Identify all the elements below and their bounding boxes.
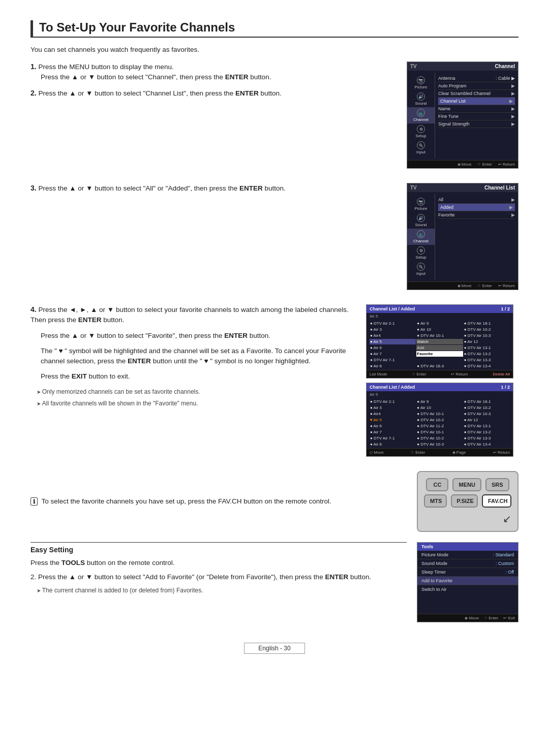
remote-btn-mts: MTS (424, 494, 447, 508)
ch2-dtv10-1: ● DTV Air 10-1 (416, 411, 463, 417)
sidebar2-channel: 📺 Channel (407, 229, 435, 245)
ch-dtv18-1: ● DTV Air 18-1 (464, 321, 510, 326)
ch-dtv2-1: ● DTV Air 2-1 (370, 321, 416, 326)
sidebar-sound: 🔊 Sound (407, 91, 435, 107)
step4-screenshots: Channel List / Added 1 / 2 Air 5 ● DTV A… (366, 304, 518, 461)
sidebar-setup: ⚙ Setup (407, 123, 435, 140)
ch-air10: ● Air 10 (416, 327, 463, 332)
ch2-dtv10-3: ● DTV Air 10-3 (464, 411, 510, 417)
ch-air9: ● Air 9 (416, 321, 463, 326)
ch-dtv7-1: ● DTV Air 7-1 (370, 357, 416, 363)
remote-row1: CC MENU SRS (424, 478, 511, 491)
menu1-screenshot: TV Channel 📷 Picture 🔊 Sound 📺 Channel (407, 61, 518, 173)
ch-air12: ● Air 12 (464, 339, 510, 344)
step4: 4. Press the ◄, ►, ▲ or ▼ button to sele… (30, 304, 356, 326)
remote-btn-srs: SRS (485, 478, 509, 491)
ch2-air8: ● Air 8 (370, 442, 416, 447)
ch-dtv13-3: ● DTV Air 13-3 (464, 357, 510, 363)
ch2-dtv13-2: ● DTV Air 13-2 (464, 429, 510, 435)
channel-added-header2: Channel List / Added 1 / 2 (367, 383, 513, 391)
tools-row-picture: Picture Mode: Standard (417, 551, 518, 559)
ch2-dtv18-1: ● DTV Air 18-1 (464, 399, 510, 404)
sidebar-input: 🔌 Input (407, 140, 435, 156)
note1: Only memorized channels can be set as fa… (30, 387, 356, 397)
tools-row-switch: Switch to Air (417, 585, 518, 593)
menu1-row-name: Name▶ (438, 105, 515, 113)
context-favorite: Favorite (416, 351, 463, 357)
ch2-air12: ● Air 12 (464, 417, 510, 423)
menu2-row-favorite: Favorite▶ (438, 211, 515, 219)
ch-dtv13-1: ● DTV Air 13-1 (464, 345, 510, 351)
menu1-content: Antenna: Cable ▶ Auto Program▶ Clear Scr… (435, 73, 518, 158)
menu1-header: TV Channel (407, 62, 518, 71)
ch2-air10: ● Air 10 (416, 405, 463, 411)
step3: 3. Press the ▲ or ▼ button to select "Al… (30, 183, 396, 194)
ch2-air7: ● Air 7 (370, 429, 416, 435)
easy-setting-text: Easy Setting Press the TOOLS button on t… (30, 542, 407, 622)
channel-added-footer2: ◇ Move ☞ Enter ◈ Page ↩ Return (367, 448, 513, 456)
tools-menu-footer: ◈ Move☞ Enter↩ Exit (417, 614, 518, 622)
ch2-air9: ● Air 9 (416, 399, 463, 404)
ch2-dtv10-1b: ● DTV Air 10-1 (416, 429, 463, 435)
ch-dtv10-1a: ● DTV Air 10-1 (416, 333, 463, 338)
menu2-row-all: All▶ (438, 196, 515, 204)
menu2-row-added: Added▶ (438, 204, 515, 211)
ch-dtv13-4: ● DTV Air 13-4 (464, 363, 510, 369)
tv-channellist-menu: TV Channel List 📷 Picture 🔊 Sound 📺 Cha (407, 183, 518, 290)
ch-dtv10-2b (416, 357, 463, 363)
easy-setting-note: The current channel is added to (or dele… (30, 587, 407, 594)
sidebar2-sound: 🔊 Sound (407, 212, 435, 229)
menu1-row-clear: Clear Scrambled Channel▶ (438, 90, 515, 98)
ch-dtv10-3b: ● DTV Air 18-3 (416, 363, 463, 369)
ch-dtv13-2: ● DTV Air 13-2 (464, 351, 510, 357)
sidebar-channel: 📺 Channel (407, 107, 435, 123)
channel-added-menu2: Channel List / Added 1 / 2 Air 5 ● DTV A… (366, 383, 513, 457)
ch2-dtv2-1: ● DTV Air 2-1 (370, 399, 416, 404)
menu2-sidebar: 📷 Picture 🔊 Sound 📺 Channel ⚙ Setup (407, 194, 435, 279)
menu1-row-channellist: Channel List▶ (438, 98, 515, 105)
step4-sub2: The " ♥ " symbol will be highlighted and… (30, 346, 356, 367)
sidebar2-picture: 📷 Picture (407, 196, 435, 212)
context-add: Add (416, 345, 463, 351)
channel-added-menu1: Channel List / Added 1 / 2 Air 5 ● DTV A… (366, 304, 513, 379)
note2: All favorite channels will be shown in t… (30, 399, 356, 408)
tools-menu: Tools Picture Mode: Standard Sound Mode:… (417, 542, 518, 622)
tools-row-sound: Sound Mode: Custom (417, 559, 518, 568)
ch2-air4: ● Air4 (370, 411, 416, 417)
step4-exit: Press the EXIT button to exit. (30, 371, 356, 382)
ch2-dtv13-3: ● DTV Air 13-3 (464, 435, 510, 441)
ch2-air6: ● Air 6 (370, 423, 416, 429)
menu1-row-signal: Signal Strength▶ (438, 120, 515, 128)
remote-info-text: ℹ To select the favorite channels you ha… (30, 496, 407, 507)
menu1-row-auto: Auto Program▶ (438, 82, 515, 90)
menu1-row-finetune: Fine Tune▶ (438, 113, 515, 120)
step1: 1. Press the MENU button to display the … (30, 61, 396, 83)
ch-air3: ● Air 3 (370, 327, 416, 332)
easy-setting-step2: 2. Press the ▲ or ▼ button to select "Ad… (30, 572, 407, 582)
menu2-footer: ◈ Move☞ Enter↩ Return (407, 281, 518, 290)
ch-air8: ● Air 8 (370, 363, 416, 369)
menu2-screenshot: TV Channel List 📷 Picture 🔊 Sound 📺 Cha (407, 183, 518, 294)
remote-control: CC MENU SRS MTS P.SIZE FAV.CH ↙ (417, 471, 518, 532)
remote-btn-cc: CC (426, 478, 448, 491)
menu1-sidebar: 📷 Picture 🔊 Sound 📺 Channel ⚙ Setup (407, 73, 435, 158)
ch-air7: ● Air 7 (370, 351, 416, 357)
remote-btn-psize: P.SIZE (451, 494, 478, 508)
sidebar2-setup: ⚙ Setup (407, 245, 435, 261)
channel-added-footer1: List Mode ☞ Enter ↩ Return Delete All (367, 370, 513, 378)
ch2-dtv10-3b: ● DTV Air 10-3 (416, 442, 463, 447)
ch2-dtv10-2b: ● DTV Air 10-2 (416, 417, 463, 423)
step4-sub1: Press the ▲ or ▼ button to select "Favor… (30, 331, 356, 341)
remote-row2: MTS P.SIZE FAV.CH (424, 494, 511, 508)
menu2-content: All▶ Added▶ Favorite▶ (435, 194, 518, 279)
remote-section: ℹ To select the favorite channels you ha… (30, 471, 518, 532)
ch2-dtv11-2: ● DTV Air 11-2 (416, 423, 463, 429)
easy-setting-section: Easy Setting Press the TOOLS button on t… (30, 542, 518, 622)
context-watch: Watch (416, 339, 463, 344)
tools-row-sleep: Sleep Timer: Off (417, 568, 518, 577)
sidebar2-input: 🔌 Input (407, 261, 435, 277)
ch2-air3: ● Air 3 (370, 405, 416, 411)
remote-btn-favch: FAV.CH (482, 494, 511, 508)
ch-dtv10-2a: ● DTV Air 10-2 (464, 327, 510, 332)
easy-setting-title: Easy Setting (30, 542, 407, 554)
